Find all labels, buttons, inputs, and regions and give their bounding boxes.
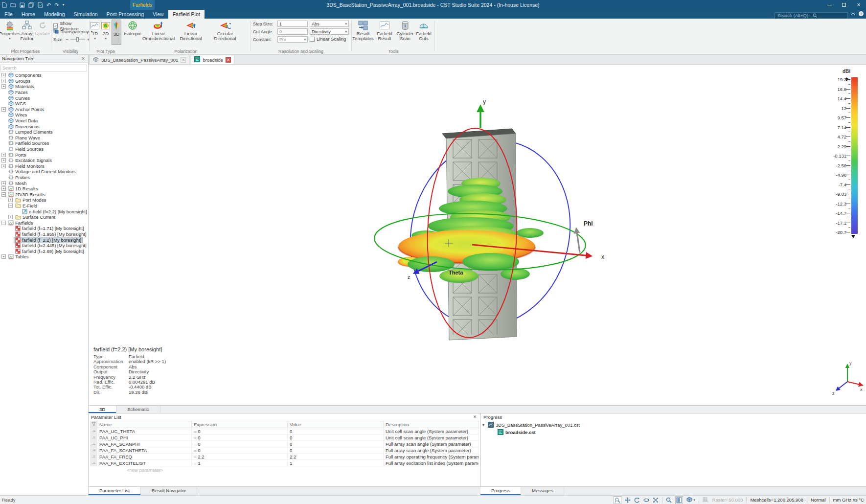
tree-item-wires[interactable]: Wires xyxy=(0,112,88,118)
export-icon[interactable] xyxy=(38,2,43,8)
table-row-paa-fa-scanphi[interactable]: -≡PAA_FA_SCANPHI= 00Full array scan angl… xyxy=(91,441,479,447)
tree-item-anchor-points[interactable]: +Anchor Points xyxy=(0,107,88,113)
tree-item-wcs[interactable]: WCS xyxy=(0,101,88,107)
linear-directional-button[interactable]: Linear Directional xyxy=(175,20,206,41)
tree-item-farfield-f-2-69-my-boresight[interactable]: farfield (f=2.69) [My boresight] xyxy=(0,248,88,254)
plot-1d-button[interactable]: 1D ▾ xyxy=(90,20,100,41)
farfield-cuts-button[interactable]: Farfield Cuts xyxy=(415,20,433,41)
parameter-value-cell[interactable]: 0 xyxy=(288,441,384,447)
close-icon[interactable]: ✕ xyxy=(226,57,231,63)
expand-icon[interactable]: + xyxy=(1,153,6,157)
column-header-value[interactable]: Value xyxy=(288,421,384,428)
column-header-expression[interactable]: Expression xyxy=(192,421,288,428)
menu-tab-view[interactable]: View xyxy=(148,10,168,19)
parameter-value-cell[interactable]: 2.2 xyxy=(288,454,384,460)
menu-tab-simulation[interactable]: Simulation xyxy=(69,10,102,19)
expand-icon[interactable]: + xyxy=(8,215,13,219)
tree-item-farfield-f-1-71-my-boresight[interactable]: farfield (f=1.71) [My boresight] xyxy=(0,226,88,231)
expand-icon[interactable]: + xyxy=(1,73,6,77)
parameter-name-cell[interactable]: PAA_UC_THETA xyxy=(97,428,192,435)
farfield-result-button[interactable]: Farfield Result xyxy=(375,20,394,41)
step-size-input[interactable] xyxy=(277,21,308,27)
tree-item-e-field-f-2-2-my-boresight[interactable]: e-field (f=2.2) [My boresight] xyxy=(0,208,88,214)
bottom-tab-result-navigator[interactable]: Result Navigator xyxy=(141,487,197,495)
parameter-expression-cell[interactable]: = 0 xyxy=(192,435,288,441)
tree-item-groups[interactable]: +Groups xyxy=(0,78,88,84)
tree-item-farfield-sources[interactable]: Farfield Sources xyxy=(0,140,88,146)
view-cube-icon[interactable]: ▾ xyxy=(686,497,695,503)
document-tab-broadside[interactable]: broadside✕ xyxy=(191,55,234,64)
document-tab-3ds-basestation-passivearray-001[interactable]: 3DS_BaseStation_PassiveArray_001✕ xyxy=(90,55,189,64)
collapse-icon[interactable]: − xyxy=(8,204,13,208)
copy-icon[interactable] xyxy=(28,2,34,8)
open-icon[interactable] xyxy=(10,2,16,8)
farfield-3d-scene[interactable]: y x z Phi Theta y x z xyxy=(89,65,866,405)
rotate-tool-icon[interactable] xyxy=(634,497,640,503)
circular-directional-button[interactable]: Circular Directional xyxy=(209,20,241,41)
minimize-button[interactable] xyxy=(822,0,837,10)
size-slider[interactable] xyxy=(70,39,85,40)
raster-icon[interactable] xyxy=(703,497,709,503)
column-header-name[interactable]: Name xyxy=(97,421,192,428)
tree-item-probes[interactable]: Probes xyxy=(0,175,88,181)
tree-item-e-field[interactable]: −E-Field xyxy=(0,203,88,209)
zoom-window-icon[interactable] xyxy=(666,497,672,503)
new-parameter-row[interactable]: <new parameter> xyxy=(89,466,480,473)
tree-item-1d-results[interactable]: +1D Results xyxy=(0,186,88,192)
tree-item-tables[interactable]: +Tables xyxy=(0,254,88,260)
undo-icon[interactable]: ↶ xyxy=(46,0,51,10)
bottom-tab-messages[interactable]: Messages xyxy=(521,487,564,495)
tree-item-materials[interactable]: +Materials xyxy=(0,84,88,90)
select-tool-icon[interactable] xyxy=(614,496,621,504)
close-icon[interactable]: ✕ xyxy=(80,56,86,62)
isotropic-button[interactable]: Isotropic xyxy=(123,20,142,36)
view-tab-schematic[interactable]: Schematic xyxy=(116,406,160,413)
expand-icon[interactable]: + xyxy=(8,198,13,202)
constant-select[interactable]: Phi▾ xyxy=(277,36,308,43)
filter-icon[interactable] xyxy=(91,421,97,428)
linear-omnidirectional-button[interactable]: Linear Omnidirectional xyxy=(144,20,173,41)
tree-item-plane-wave[interactable]: Plane Wave xyxy=(0,135,88,141)
expand-icon[interactable]: + xyxy=(1,79,6,83)
table-row-paa-uc-phi[interactable]: -≡PAA_UC_PHI= 00Unit cell scan angle (Sy… xyxy=(91,435,479,441)
maximize-button[interactable] xyxy=(837,0,851,10)
tree-item-components[interactable]: +Components xyxy=(0,72,88,78)
tree-item-farfield-f-2-445-my-boresight[interactable]: farfield (f=2.445) [My boresight] xyxy=(0,243,88,249)
table-row-paa-uc-theta[interactable]: -≡PAA_UC_THETA= 00Unit cell scan angle (… xyxy=(91,428,479,435)
cut-angle-input[interactable] xyxy=(277,28,308,35)
tree-item-surface-current[interactable]: +Surface Current xyxy=(0,214,88,220)
parameter-name-cell[interactable]: PAA_FA_EXCITELIST xyxy=(97,460,192,466)
plot-3d-button[interactable]: 3D xyxy=(112,20,121,45)
progress-root-item[interactable]: ▾ 3DS_BaseStation_PassiveArray_001.cst xyxy=(481,421,866,429)
tree-item-voltage-and-current-monitors[interactable]: Voltage and Current Monitors xyxy=(0,169,88,175)
menu-tab-post-processing[interactable]: Post-Processing xyxy=(102,10,148,19)
close-button[interactable]: × xyxy=(851,0,866,10)
tree-item-faces[interactable]: Faces xyxy=(0,90,88,95)
chevron-down-icon[interactable]: ▾ xyxy=(481,423,486,427)
tree-item-curves[interactable]: Curves xyxy=(0,95,88,101)
tree-item-2d-3d-results[interactable]: −2D/3D Results xyxy=(0,191,88,197)
plot-2d-button[interactable]: 2D ▾ xyxy=(101,20,111,41)
tree-item-field-monitors[interactable]: +Field Monitors xyxy=(0,163,88,169)
menu-tab-modeling[interactable]: Modeling xyxy=(40,10,69,19)
3d-viewport[interactable]: y x z Phi Theta y x z farfield (f=2.2) [… xyxy=(89,65,866,405)
tree-item-voxel-data[interactable]: Voxel Data xyxy=(0,118,88,124)
search-input[interactable] xyxy=(775,12,848,19)
rotate-view-icon[interactable] xyxy=(643,497,649,503)
mesh-mode-label[interactable]: Normal xyxy=(811,497,826,503)
dynamic-zoom-icon[interactable] xyxy=(653,497,659,503)
parameter-expression-cell[interactable]: = 2.2 xyxy=(192,454,288,460)
bottom-tab-parameter-list[interactable]: Parameter List xyxy=(89,487,141,495)
linear-scaling-checkbox[interactable]: Linear Scaling xyxy=(310,36,349,42)
table-row-paa-fa-excitelist[interactable]: -≡PAA_FA_EXCITELIST= 11Full array excita… xyxy=(91,460,479,466)
panels-layout-icon[interactable] xyxy=(675,496,683,504)
result-templates-button[interactable]: Result Templates xyxy=(353,20,373,41)
tree-item-farfield-f-2-2-my-boresight[interactable]: farfield (f=2.2) [My boresight] xyxy=(0,237,88,243)
tree-item-farfields[interactable]: −Farfields xyxy=(0,220,88,226)
output-select[interactable]: Directivity▾ xyxy=(310,28,349,35)
parameter-name-cell[interactable]: PAA_UC_PHI xyxy=(97,435,192,441)
tree-item-field-sources[interactable]: Field Sources xyxy=(0,146,88,152)
parameter-expression-cell[interactable]: = 0 xyxy=(192,447,288,454)
parameter-name-cell[interactable]: PAA_FA_SCANTHETA xyxy=(97,447,192,454)
new-file-icon[interactable] xyxy=(2,2,7,8)
